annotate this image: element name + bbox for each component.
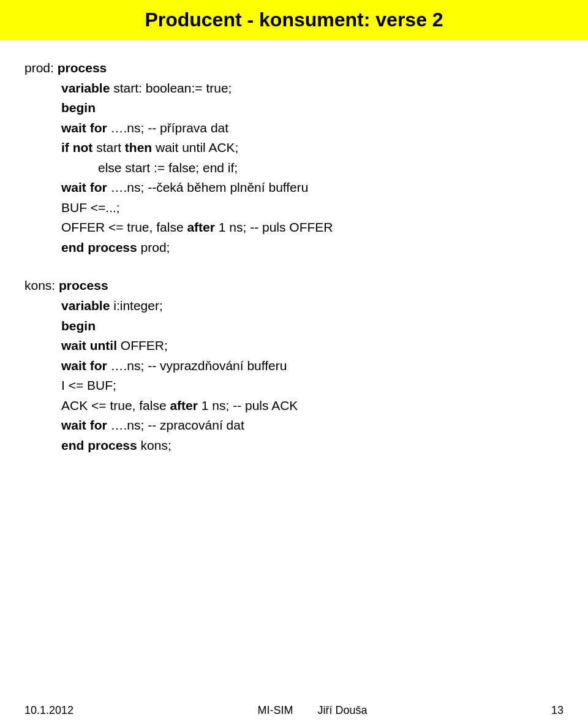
prod-offer-rest: OFFER <= true, false — [61, 220, 187, 234]
prod-waitfor2-rest: ….ns; --čeká během plnění bufferu — [107, 180, 309, 194]
kons-ack-rest2: 1 ns; -- puls ACK — [198, 398, 298, 412]
prod-if-rest: start — [92, 140, 125, 154]
slide-title: Producent - konsument: verse 2 — [12, 9, 576, 31]
kons-variable-rest: i:integer; — [110, 298, 162, 313]
prod-if-kw: if — [61, 140, 69, 154]
kons-waitfor2-rest: ….ns; -- zpracování dat — [107, 418, 244, 432]
kons-waitfor2-kw: wait for — [61, 418, 107, 432]
prod-waitfor2-kw: wait for — [61, 180, 107, 194]
kons-ack-after-kw: after — [170, 398, 198, 412]
footer-page: 13 — [551, 704, 564, 717]
prod-waitfor1-rest: ….ns; -- příprava dat — [107, 121, 228, 135]
prod-buf-line: BUF <=...; — [61, 198, 564, 218]
kons-begin-line: begin — [61, 316, 564, 336]
footer-center: MI-SIM Jiří Douša — [258, 704, 368, 717]
kons-waitfor1-kw: wait for — [61, 358, 107, 373]
prod-variable-rest: start: boolean:= true; — [110, 81, 232, 95]
kons-end-rest: kons; — [137, 438, 172, 452]
slide-footer: 10.1.2012 MI-SIM Jiří Douša 13 — [0, 704, 588, 717]
kons-begin-kw: begin — [61, 319, 96, 333]
kons-block: kons: process variable i:integer; begin … — [24, 276, 564, 455]
prod-process-kw: process — [58, 61, 107, 75]
kons-label: kons: — [24, 278, 59, 292]
prod-label: prod: — [24, 61, 58, 75]
kons-end-kw: end process — [61, 438, 137, 452]
kons-variable-line: variable i:integer; — [61, 296, 564, 316]
kons-waitfor2-line: wait for ….ns; -- zpracování dat — [61, 415, 564, 436]
prod-process-line: prod: process — [24, 58, 564, 78]
prod-begin-kw: begin — [61, 100, 96, 115]
kons-waitfor1-line: wait for ….ns; -- vyprazdňování bufferu — [61, 356, 564, 376]
prod-offer-after-kw: after — [187, 220, 215, 234]
kons-end-line: end process kons; — [61, 436, 564, 456]
prod-begin-line: begin — [61, 98, 564, 118]
kons-ack-line: ACK <= true, false after 1 ns; -- puls A… — [61, 396, 564, 416]
prod-then-kw: then — [125, 140, 152, 154]
footer-date: 10.1.2012 — [24, 704, 74, 717]
prod-offer-line: OFFER <= true, false after 1 ns; -- puls… — [61, 218, 564, 238]
kons-waituntil-rest: OFFER; — [117, 338, 168, 352]
kons-variable-kw: variable — [61, 298, 110, 313]
kons-ibuf-line: I <= BUF; — [61, 376, 564, 396]
prod-else-rest: else start := false; end if; — [98, 161, 238, 175]
prod-end-kw: end process — [61, 240, 137, 254]
prod-waitfor1-line: wait for ….ns; -- příprava dat — [61, 118, 564, 138]
kons-waituntil-kw: wait until — [61, 338, 117, 352]
prod-block: prod: process variable start: boolean:= … — [24, 58, 564, 257]
kons-waitfor1-rest: ….ns; -- vyprazdňování bufferu — [107, 358, 287, 373]
kons-ack-rest: ACK <= true, false — [61, 398, 170, 412]
kons-ibuf-rest: I <= BUF; — [61, 378, 116, 392]
prod-waitfor2-line: wait for ….ns; --čeká během plnění buffe… — [61, 178, 564, 198]
kons-process-kw: process — [59, 278, 108, 292]
prod-offer-rest2: 1 ns; -- puls OFFER — [215, 220, 333, 234]
kons-process-line: kons: process — [24, 276, 564, 296]
prod-variable-line: variable start: boolean:= true; — [61, 78, 564, 99]
prod-variable-kw: variable — [61, 81, 110, 95]
slide-header: Producent - konsument: verse 2 — [0, 0, 588, 40]
footer-course: MI-SIM — [258, 704, 293, 717]
prod-end-rest: prod; — [137, 240, 170, 254]
prod-buf-rest: BUF <=...; — [61, 200, 120, 214]
prod-waitfor1-kw: wait for — [61, 121, 107, 135]
prod-if-line: if not start then wait until ACK; — [61, 138, 564, 158]
slide-content: prod: process variable start: boolean:= … — [0, 40, 588, 486]
kons-waituntil-line: wait until OFFER; — [61, 336, 564, 356]
prod-else-line: else start := false; end if; — [98, 158, 564, 178]
footer-author: Jiří Douša — [318, 704, 368, 717]
prod-not-kw: not — [73, 140, 93, 154]
prod-if-rest2: wait until ACK; — [152, 140, 238, 154]
prod-end-line: end process prod; — [61, 238, 564, 258]
